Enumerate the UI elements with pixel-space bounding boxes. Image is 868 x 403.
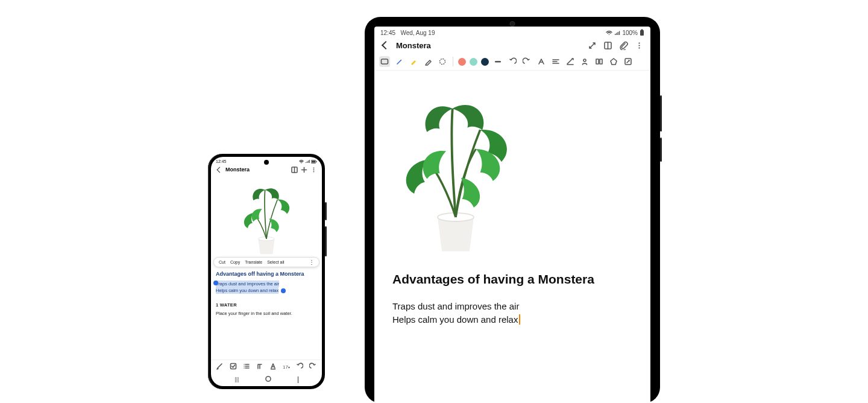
phone-app-header: Monstera [211,165,322,176]
tablet-status-date: Wed, Aug 19 [400,30,435,36]
font-size-value[interactable]: 17▾ [282,364,291,370]
nav-home-icon[interactable] [265,375,272,384]
svg-rect-18 [271,369,275,370]
phone-status-time: 12:45 [216,159,227,163]
wifi-icon [299,159,304,163]
ctx-copy[interactable]: Copy [230,260,240,264]
svg-point-16 [244,366,244,366]
tablet-drawing-toolbar [374,54,650,71]
undo-icon[interactable] [295,363,304,371]
redo-icon[interactable] [309,363,317,371]
phone-note-title: Monstera [225,167,250,173]
text-tool-icon[interactable] [379,56,390,67]
signal-icon [614,30,620,36]
redo-icon[interactable] [521,56,532,67]
back-button[interactable] [216,166,223,173]
selection-handle-end[interactable] [281,288,286,293]
tablet-line-2[interactable]: Helps calm you down and relax [392,314,518,325]
more-icon[interactable] [310,166,317,173]
phone-volume-button [325,226,327,256]
battery-icon [640,29,644,36]
phone-body-line[interactable]: Place your finger in the soil and water. [216,311,317,316]
align-icon[interactable] [550,56,561,67]
battery-icon [311,160,317,163]
zoom-lock-icon[interactable] [594,56,605,67]
checkbox-icon[interactable] [229,363,237,371]
svg-point-9 [313,171,314,172]
convert-icon[interactable] [623,56,634,67]
svg-point-26 [638,47,640,48]
tablet-note-title: Monstera [396,41,431,50]
highlighter-tool-icon[interactable] [408,56,419,67]
tablet-note-image[interactable] [386,71,638,258]
nav-recents-icon[interactable]: ||| [234,376,239,382]
color-swatch-2[interactable] [470,58,477,66]
ctx-cut[interactable]: Cut [219,260,225,264]
tablet-line-1[interactable]: Traps dust and improves the air [392,301,519,311]
attach-icon[interactable] [618,40,629,51]
phone-note-heading[interactable]: Advantages off having a Monstera [216,270,317,278]
svg-point-15 [244,364,244,364]
tablet-app-header: Monstera [374,39,650,54]
ctx-translate[interactable]: Translate [245,260,262,264]
phone-device-frame: 12:45 Monstera [208,154,325,389]
shape-icon[interactable] [608,56,619,67]
svg-point-28 [440,59,445,65]
ctx-more-icon[interactable]: ⋮ [309,261,314,264]
selected-line-2[interactable]: Helps calm you down and relax [216,287,278,294]
tablet-note-heading[interactable]: Advantages of having a Monstera [392,272,638,287]
svg-rect-33 [600,59,602,64]
handwriting-icon[interactable] [216,363,224,371]
selected-text-block[interactable]: Traps dust and improves the air Helps ca… [216,281,317,294]
nav-back-icon[interactable] [298,376,298,382]
tablet-note-canvas[interactable]: Advantages of having a Monstera Traps du… [374,71,650,403]
reading-mode-icon[interactable] [602,40,613,51]
phone-note-image[interactable] [211,176,322,257]
text-color-icon[interactable] [269,363,277,371]
phone-section-label[interactable]: 1 WATER [216,302,317,308]
svg-point-8 [313,169,314,170]
svg-point-17 [244,367,244,368]
selection-handle-start[interactable] [213,281,218,285]
phone-front-camera [264,160,269,165]
tablet-screen: 12:45 Wed, Aug 19 100% Monstera [374,27,650,403]
text-style-icon[interactable] [256,363,264,371]
list-icon[interactable] [242,363,251,371]
tablet-battery-text: 100% [622,30,638,36]
color-swatch-1[interactable] [458,58,466,66]
lasso-tool-icon[interactable] [437,56,448,67]
add-icon[interactable] [300,166,307,173]
tablet-power-button [660,138,662,162]
pen-tool-icon[interactable] [394,56,404,67]
signal-icon [305,159,310,163]
easy-writing-icon[interactable] [579,56,590,67]
tablet-status-bar: 12:45 Wed, Aug 19 100% [374,27,650,39]
color-swatch-3[interactable] [481,58,489,66]
tablet-device-frame: 12:45 Wed, Aug 19 100% Monstera [365,17,660,403]
svg-rect-21 [641,30,643,31]
eraser-tool-icon[interactable] [423,56,433,67]
tablet-front-camera [510,21,515,27]
handwriting-to-text-icon[interactable] [536,56,547,67]
wifi-icon [606,30,612,36]
back-button[interactable] [380,40,391,51]
text-context-menu: Cut Copy Translate Select all ⋮ [213,257,319,267]
svg-point-25 [638,45,640,46]
stroke-width-icon[interactable] [492,56,503,67]
ctx-select-all[interactable]: Select all [267,260,284,264]
more-icon[interactable] [634,40,644,51]
svg-point-31 [583,59,586,62]
tablet-note-paragraph[interactable]: Traps dust and improves the air Helps ca… [392,300,638,326]
svg-rect-32 [596,59,599,64]
tablet-status-time: 12:45 [380,30,395,36]
svg-rect-29 [495,61,501,63]
selected-line-1[interactable]: Traps dust and improves the air [216,281,279,287]
reading-mode-icon[interactable] [291,166,298,173]
toolbar-separator [453,57,453,66]
expand-icon[interactable] [587,40,597,51]
undo-icon[interactable] [507,56,518,67]
text-cursor [519,314,520,325]
svg-rect-1 [312,160,315,162]
straighten-icon[interactable] [565,56,576,67]
phone-note-body[interactable]: Cut Copy Translate Select all ⋮ Advantag… [211,257,322,360]
